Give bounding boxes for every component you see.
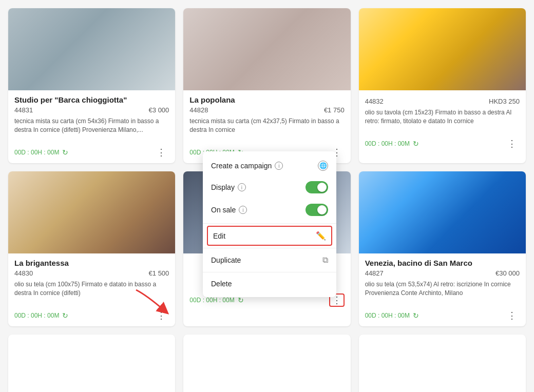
more-options-button-4[interactable]: ⋮ (154, 310, 169, 321)
artwork-card-4: La brigantessa 44830 €1 500 olio su tela… (8, 171, 175, 326)
context-menu: Create a campaign i 🌐 Display i On sale … (203, 151, 336, 297)
card-footer-4: 00D : 00H : 00M ↻ ⋮ (14, 310, 169, 321)
bottom-card-1 (8, 335, 175, 392)
more-options-button-3[interactable]: ⋮ (504, 138, 520, 149)
card-meta-2: 44828 €1 750 (189, 106, 344, 114)
on-sale-toggle[interactable] (306, 204, 328, 216)
card-desc-1: tecnica mista su carta (cm 54x36) Firmat… (14, 117, 169, 142)
create-campaign-label: Create a campaign (211, 162, 272, 170)
refresh-icon-3: ↻ (413, 140, 419, 148)
duplicate-menu-item[interactable]: Duplicate ⧉ (203, 250, 336, 270)
more-options-button-1[interactable]: ⋮ (154, 147, 169, 158)
on-sale-row: On sale i (203, 199, 336, 221)
duplicate-label: Duplicate (211, 256, 241, 264)
card-timer-3: 00D : 00H : 00M ↻ (365, 140, 419, 148)
edit-menu-item[interactable]: Edit ✏️ (207, 226, 332, 246)
delete-label: Delete (211, 280, 232, 288)
card-footer-3: 00D : 00H : 00M ↻ ⋮ (365, 138, 520, 149)
card-sku-3: 44832 (365, 97, 384, 105)
card-desc-3: olio su tavola (cm 15x23) Firmato in bas… (365, 108, 520, 133)
refresh-icon-4: ↻ (62, 311, 68, 320)
card-image-6 (359, 171, 526, 253)
card-meta-6: 44827 €30 000 (365, 269, 520, 277)
more-options-button-6[interactable]: ⋮ (504, 310, 520, 321)
card-timer-1: 00D : 00H : 00M ↻ (14, 148, 68, 156)
on-sale-label: On sale (211, 206, 236, 214)
bottom-cards-row (0, 335, 534, 392)
card-body-3: 44832 HKD3 250 olio su tavola (cm 15x23)… (359, 90, 526, 154)
refresh-icon-1: ↻ (62, 148, 68, 156)
card-sku-6: 44827 (365, 269, 384, 277)
display-toggle[interactable] (306, 181, 328, 193)
card-image-2 (183, 8, 350, 90)
delete-menu-item[interactable]: Delete (203, 275, 336, 293)
display-left: Display i (211, 183, 246, 191)
campaign-info-icon[interactable]: i (275, 162, 283, 170)
card-desc-2: tecnica mista su carta (cm 42x37,5) Firm… (189, 117, 344, 142)
bottom-card-3 (359, 335, 526, 392)
card-meta-4: 44830 €1 500 (14, 269, 169, 277)
card-image-3 (359, 8, 526, 90)
artwork-card-3: 44832 HKD3 250 olio su tavola (cm 15x23)… (359, 8, 526, 163)
card-desc-4: olio su tela (cm 100x75) Firmato e datat… (14, 280, 169, 305)
card-sku-1: 44831 (14, 106, 33, 114)
card-price-3: HKD3 250 (489, 97, 520, 105)
menu-divider-3 (203, 272, 336, 272)
card-title-4: La brigantessa (14, 259, 169, 267)
card-image-4 (8, 171, 175, 253)
edit-icon: ✏️ (316, 231, 326, 241)
card-sku-4: 44830 (14, 269, 33, 277)
card-price-2: €1 750 (324, 106, 345, 114)
menu-divider-1 (203, 223, 336, 224)
card-sku-2: 44828 (189, 106, 208, 114)
card-title-6: Venezia, bacino di San Marco (365, 259, 520, 267)
artwork-card-2: La popolana 44828 €1 750 tecnica mista s… (183, 8, 350, 163)
on-sale-left: On sale i (211, 206, 247, 214)
menu-divider-2 (203, 248, 336, 248)
card-price-1: €3 000 (149, 106, 169, 114)
card-timer-4: 00D : 00H : 00M ↻ (14, 311, 68, 320)
card-desc-6: olio su tela (cm 53,5x74) Al retro: iscr… (365, 280, 520, 305)
refresh-icon-5: ↻ (238, 296, 244, 304)
display-row: Display i (203, 176, 336, 199)
create-campaign-left: Create a campaign i (211, 162, 283, 170)
card-meta-1: 44831 €3 000 (14, 106, 169, 114)
card-timer-5: 00D : 00H : 00M ↻ (189, 296, 243, 304)
card-title-1: Studio per "Barca chioggiotta" (14, 95, 169, 104)
card-body-1: Studio per "Barca chioggiotta" 44831 €3 … (8, 90, 175, 163)
edit-label: Edit (213, 232, 225, 240)
globe-icon: 🌐 (318, 161, 328, 171)
card-title-2: La popolana (189, 95, 344, 104)
card-image-1 (8, 8, 175, 90)
card-timer-6: 00D : 00H : 00M ↻ (365, 311, 419, 320)
on-sale-info-icon[interactable]: i (239, 206, 247, 214)
display-label: Display (211, 183, 235, 191)
refresh-icon-6: ↻ (413, 311, 419, 320)
card-body-6: Venezia, bacino di San Marco 44827 €30 0… (359, 253, 526, 326)
card-footer-1: 00D : 00H : 00M ↻ ⋮ (14, 147, 169, 158)
bottom-card-2 (183, 335, 350, 392)
card-meta-3: 44832 HKD3 250 (365, 97, 520, 105)
display-info-icon[interactable]: i (238, 183, 246, 191)
artwork-card-6: Venezia, bacino di San Marco 44827 €30 0… (359, 171, 526, 326)
card-price-6: €30 000 (495, 269, 520, 277)
artwork-card-1: Studio per "Barca chioggiotta" 44831 €3 … (8, 8, 175, 163)
create-campaign-row: Create a campaign i 🌐 (203, 155, 336, 176)
card-body-4: La brigantessa 44830 €1 500 olio su tela… (8, 253, 175, 326)
card-price-4: €1 500 (149, 269, 169, 277)
duplicate-icon: ⧉ (322, 256, 328, 265)
card-footer-6: 00D : 00H : 00M ↻ ⋮ (365, 310, 520, 321)
